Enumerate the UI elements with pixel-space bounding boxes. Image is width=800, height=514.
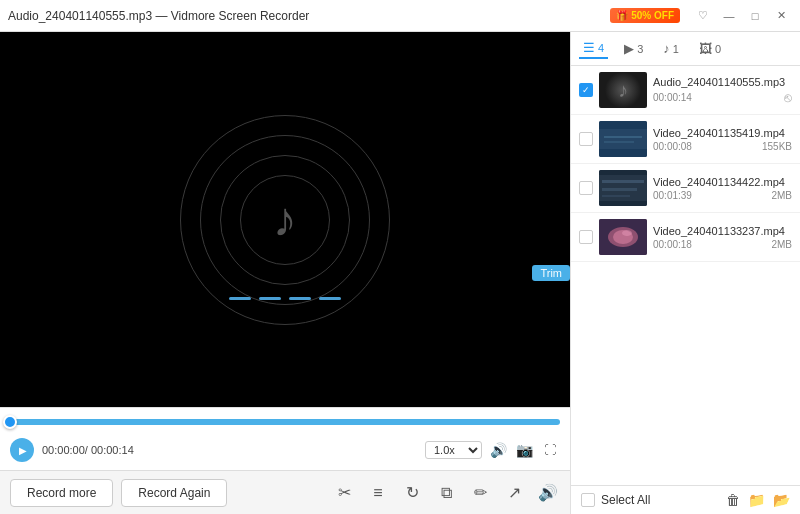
file-info-1: Audio_240401140555.mp3 00:00:14 ⎋	[653, 75, 792, 104]
open-folder-icon[interactable]: 📂	[773, 492, 790, 508]
video-thumbnail-3	[599, 219, 647, 255]
app-title: Audio_240401140555.mp3 — Vidmore Screen …	[8, 9, 309, 23]
controls-left: ▶ 00:00:00/ 00:00:14	[10, 438, 134, 462]
file-meta-3: 00:01:39 2MB	[653, 190, 792, 201]
share-icon[interactable]: ↗	[502, 481, 526, 505]
maximize-button[interactable]: □	[744, 5, 766, 27]
video-thumbnail-2	[599, 170, 647, 206]
tab-all[interactable]: ☰ 4	[579, 38, 608, 59]
music-note-icon: ♪	[273, 192, 297, 247]
audio-thumbnail-1: ♪	[599, 72, 647, 108]
file-name-4: Video_240401133237.mp4	[653, 224, 792, 238]
promo-text: 50% OFF	[631, 10, 674, 21]
controls-right: 1.0x 0.5x 0.75x 1.25x 1.5x 2.0x 🔊 📷 ⛶	[425, 440, 560, 460]
play-button[interactable]: ▶	[10, 438, 34, 462]
close-button[interactable]: ✕	[770, 5, 792, 27]
file-duration-4: 00:00:18	[653, 239, 692, 250]
promo-badge[interactable]: 🎁 50% OFF	[610, 8, 680, 23]
fullscreen-icon[interactable]: ⛶	[540, 440, 560, 460]
file-name-1: Audio_240401140555.mp3	[653, 75, 792, 89]
right-panel: ☰ 4 ▶ 3 ♪ 1 🖼 0 ♪	[570, 32, 800, 514]
copy-icon[interactable]: ⧉	[434, 481, 458, 505]
title-bar-left: Audio_240401140555.mp3 — Vidmore Screen …	[8, 9, 309, 23]
share-icon-1[interactable]: ⎋	[784, 90, 792, 105]
list-item[interactable]: Video_240401133237.mp4 00:00:18 2MB	[571, 213, 800, 262]
record-again-button[interactable]: Record Again	[121, 479, 227, 507]
title-bar: Audio_240401140555.mp3 — Vidmore Screen …	[0, 0, 800, 32]
trim-button[interactable]: Trim	[532, 265, 570, 281]
tab-image[interactable]: 🖼 0	[695, 39, 725, 58]
bottom-left: Record more Record Again	[10, 479, 227, 507]
file-checkbox-4[interactable]	[579, 230, 593, 244]
seek-track[interactable]	[10, 419, 560, 425]
file-size-2: 155KB	[762, 141, 792, 152]
rotate-icon[interactable]: ↻	[400, 481, 424, 505]
video-thumbnail-1	[599, 121, 647, 157]
dash-2	[259, 297, 281, 300]
file-meta-1: 00:00:14 ⎋	[653, 90, 792, 105]
audio-tab-icon: ♪	[663, 41, 670, 56]
camera-icon[interactable]: 📷	[514, 440, 534, 460]
video-tab-icon: ▶	[624, 41, 634, 56]
file-info-3: Video_240401134422.mp4 00:01:39 2MB	[653, 175, 792, 200]
file-size-3: 2MB	[771, 190, 792, 201]
file-size-4: 2MB	[771, 239, 792, 250]
main-container: ♪ Trim	[0, 32, 800, 514]
speed-select[interactable]: 1.0x 0.5x 0.75x 1.25x 1.5x 2.0x	[425, 441, 482, 459]
file-duration-1: 00:00:14	[653, 92, 692, 103]
dash-line	[229, 297, 341, 300]
folder-icon[interactable]: 📁	[748, 492, 765, 508]
file-info-2: Video_240401135419.mp4 00:00:08 155KB	[653, 126, 792, 151]
play-icon: ▶	[19, 445, 27, 456]
list-item[interactable]: Video_240401134422.mp4 00:01:39 2MB	[571, 164, 800, 213]
video-panel: ♪ Trim	[0, 32, 570, 514]
svg-rect-3	[604, 141, 634, 143]
image-tab-icon: 🖼	[699, 41, 712, 56]
select-all-icons: 🗑 📁 📂	[726, 492, 790, 508]
thumbnail-svg-1	[599, 121, 647, 157]
file-meta-2: 00:00:08 155KB	[653, 141, 792, 152]
bottom-right: ✂ ≡ ↻ ⧉ ✏ ↗ 🔊	[332, 481, 560, 505]
dash-3	[289, 297, 311, 300]
file-checkbox-3[interactable]	[579, 181, 593, 195]
select-all-checkbox[interactable]	[581, 493, 595, 507]
list-item[interactable]: Video_240401135419.mp4 00:00:08 155KB	[571, 115, 800, 164]
thumbnail-svg-2	[599, 170, 647, 206]
file-name-3: Video_240401134422.mp4	[653, 175, 792, 189]
dash-1	[229, 297, 251, 300]
controls-row: ▶ 00:00:00/ 00:00:14 1.0x 0.5x 0.75x 1.2…	[10, 434, 560, 466]
minimize-button[interactable]: —	[718, 5, 740, 27]
tabs-header: ☰ 4 ▶ 3 ♪ 1 🖼 0	[571, 32, 800, 66]
svg-rect-1	[599, 129, 647, 149]
file-list: ♪ Audio_240401140555.mp3 00:00:14 ⎋	[571, 66, 800, 485]
svg-rect-6	[602, 180, 644, 183]
file-duration-2: 00:00:08	[653, 141, 692, 152]
select-all-row: Select All 🗑 📁 📂	[571, 485, 800, 514]
file-name-2: Video_240401135419.mp4	[653, 126, 792, 140]
bottom-bar: Record more Record Again ✂ ≡ ↻ ⧉ ✏ ↗ 🔊	[0, 470, 570, 514]
list-item[interactable]: ♪ Audio_240401140555.mp3 00:00:14 ⎋	[571, 66, 800, 115]
audio-icon[interactable]: 🔊	[536, 481, 560, 505]
cut-icon[interactable]: ✂	[332, 481, 356, 505]
progress-area: Trim ▶ 00:00:00/ 00:00:14 1.0x 0.5x 0.75…	[0, 407, 570, 470]
record-more-button[interactable]: Record more	[10, 479, 113, 507]
file-checkbox-1[interactable]	[579, 83, 593, 97]
file-checkbox-2[interactable]	[579, 132, 593, 146]
title-bar-right: 🎁 50% OFF ♡ — □ ✕	[610, 5, 792, 27]
volume-icon[interactable]: 🔊	[488, 440, 508, 460]
select-all-label: Select All	[601, 493, 650, 507]
time-display: 00:00:00/ 00:00:14	[42, 444, 134, 456]
gift-icon[interactable]: ♡	[692, 5, 714, 27]
seek-bar-container[interactable]	[10, 414, 560, 430]
edit-icon[interactable]: ✏	[468, 481, 492, 505]
svg-rect-2	[604, 136, 642, 138]
adjust-icon[interactable]: ≡	[366, 481, 390, 505]
video-area: ♪	[0, 32, 570, 407]
seek-thumb[interactable]	[3, 415, 17, 429]
dash-4	[319, 297, 341, 300]
tab-audio[interactable]: ♪ 1	[659, 39, 683, 58]
current-time: 00:00:00	[42, 444, 85, 456]
delete-icon[interactable]: 🗑	[726, 492, 740, 508]
total-time: 00:00:14	[91, 444, 134, 456]
tab-video[interactable]: ▶ 3	[620, 39, 647, 58]
